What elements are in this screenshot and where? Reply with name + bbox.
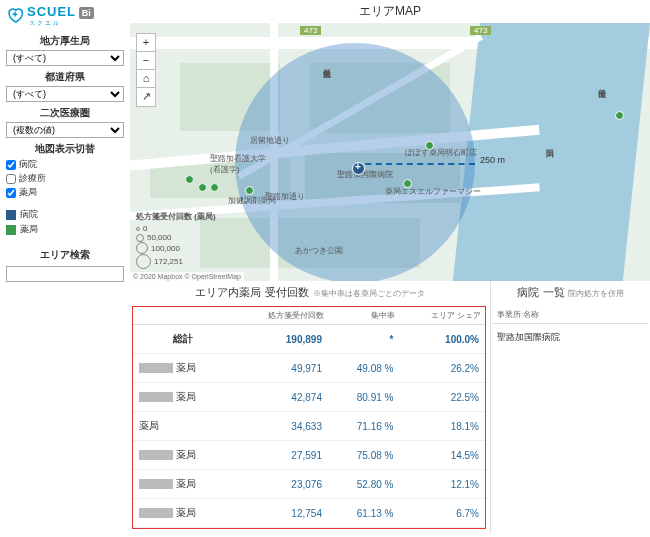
logo: SCUEL Bi スクエル <box>6 4 124 28</box>
check-clinic: 診療所 <box>6 172 124 185</box>
map-arrow-button[interactable]: ↗ <box>137 88 155 106</box>
poi-park: あかつき公園 <box>295 245 343 256</box>
map-title: エリアMAP <box>130 0 650 23</box>
poi-hospital: 聖路加国際病院 <box>337 169 393 180</box>
table-row: 薬局12,75461.13 %6.7% <box>133 499 485 528</box>
select-region[interactable]: (すべて) <box>6 50 124 66</box>
zoom-out-button[interactable]: − <box>137 52 155 70</box>
poi-popo: ぽぽず薬局明石町店 <box>405 147 477 158</box>
checkbox-hospital[interactable] <box>6 160 16 170</box>
radius-line <box>355 163 475 165</box>
marker-pharmacy[interactable] <box>615 111 624 120</box>
table-row: 薬局23,07652.80 %12.1% <box>133 470 485 499</box>
route-badge: 473 <box>300 26 321 35</box>
route-badge-2: 473 <box>470 26 491 35</box>
hosp-th[interactable]: 事業所 名称 <box>493 306 648 324</box>
bubble-size-legend: 処方箋受付回数 (薬局) 0 50,000 100,000 172,251 <box>136 211 216 269</box>
zoom-in-button[interactable]: + <box>137 34 155 52</box>
th-name[interactable] <box>133 307 234 325</box>
marker-pharmacy[interactable] <box>245 186 254 195</box>
area-search-label: エリア検索 <box>6 248 124 262</box>
road-label-kyoryu: 居留地通り <box>250 135 290 146</box>
hospital-list-title: 病院 一覧院内処方を併用 <box>491 281 650 304</box>
field-label-pref: 都道府県 <box>6 70 124 84</box>
check-hospital: 病院 <box>6 158 124 171</box>
area-search-input[interactable] <box>6 266 124 282</box>
marker-pharmacy[interactable] <box>210 183 219 192</box>
radius-label: 250 m <box>480 155 505 165</box>
marker-pharmacy[interactable] <box>403 179 412 188</box>
select-pref[interactable]: (すべて) <box>6 86 124 102</box>
map-canvas[interactable]: 250 m 473 473 居留地通り 居留地中央通り 聖路加通り 聖路加看護大… <box>130 23 650 281</box>
poi-esuel: 薬局エスエルファーマシー <box>385 186 481 197</box>
pharmacy-table: 処方箋受付回数 集中率 エリア シェア 総計190,899*100.0% 薬局4… <box>133 307 485 528</box>
checkbox-clinic[interactable] <box>6 174 16 184</box>
logo-text: SCUEL <box>27 4 76 19</box>
legend-pharmacy: 薬局 <box>6 223 124 236</box>
th-rate[interactable]: 集中率 <box>328 307 400 325</box>
map-home-button[interactable]: ⌂ <box>137 70 155 88</box>
road-label-tsukuda: 佃大橋通り <box>595 83 606 92</box>
select-medarea[interactable]: (複数の値) <box>6 122 124 138</box>
check-pharmacy: 薬局 <box>6 186 124 199</box>
sidebar: SCUEL Bi スクエル 地方厚生局 (すべて) 都道府県 (すべて) 二次医… <box>0 0 130 533</box>
hospital-list-panel: 病院 一覧院内処方を併用 事業所 名称 聖路加国際病院 <box>490 281 650 533</box>
checkbox-pharmacy[interactable] <box>6 188 16 198</box>
th-count[interactable]: 処方箋受付回数 <box>234 307 328 325</box>
field-label-region: 地方厚生局 <box>6 34 124 48</box>
table-row: 薬局49,97149.08 %26.2% <box>133 354 485 383</box>
table-row: 薬局34,63371.16 %18.1% <box>133 412 485 441</box>
table-row: 薬局42,87480.91 %22.5% <box>133 383 485 412</box>
logo-badge: Bi <box>79 7 94 19</box>
field-label-medarea: 二次医療圏 <box>6 106 124 120</box>
marker-pharmacy[interactable] <box>425 141 434 150</box>
display-switch-label: 地図表示切替 <box>6 142 124 156</box>
legend-hospital: 病院 <box>6 208 124 221</box>
marker-hospital[interactable] <box>352 162 365 175</box>
th-share[interactable]: エリア シェア <box>399 307 485 325</box>
map-attribution: © 2020 Mapbox © OpenStreetMap <box>130 272 244 281</box>
pharmacy-table-title: エリア内薬局 受付回数※集中率は各薬局ごとのデータ <box>130 281 490 304</box>
pharmacy-table-panel: エリア内薬局 受付回数※集中率は各薬局ごとのデータ 処方箋受付回数 集中率 エリ… <box>130 281 490 533</box>
logo-icon <box>6 6 24 26</box>
marker-pharmacy[interactable] <box>198 183 207 192</box>
hospital-row: 聖路加国際病院 <box>493 326 648 349</box>
poi-univ: 聖路加看護大学 (看護学) <box>210 153 266 175</box>
map-controls: + − ⌂ ↗ <box>136 33 156 107</box>
logo-sub: スクエル <box>29 19 94 28</box>
road-label-kyoryu2: 居留地中央通り <box>320 63 331 72</box>
marker-pharmacy[interactable] <box>185 175 194 184</box>
table-row: 薬局27,59175.08 %14.5% <box>133 441 485 470</box>
poi-kabi: 加健調剤薬局 <box>228 195 276 206</box>
table-row-total: 総計190,899*100.0% <box>133 325 485 354</box>
